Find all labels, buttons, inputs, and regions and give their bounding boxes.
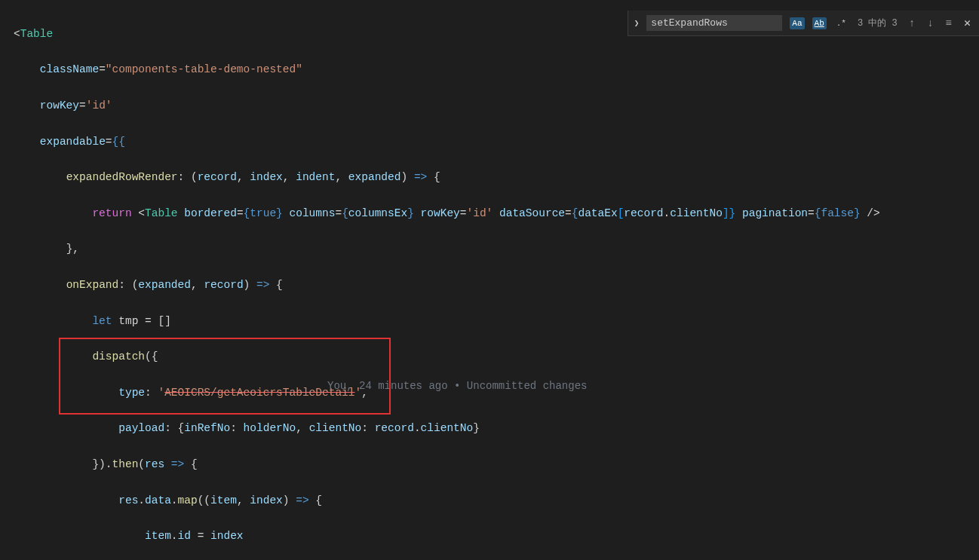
code-token: dispatch [92, 350, 145, 363]
code-token [283, 207, 290, 219]
code-token: dataEx [578, 207, 617, 219]
code-token: ( [138, 458, 145, 470]
code-token: = [237, 207, 244, 219]
code-token: { [427, 171, 440, 183]
code-token: map [178, 494, 198, 506]
code-token: { [309, 494, 322, 506]
code-token: = [106, 136, 112, 148]
code-token: true [250, 207, 276, 219]
code-token: index [250, 494, 283, 506]
code-token: : [230, 422, 243, 434]
code-token: ]} [723, 207, 735, 219]
code-token: record [624, 207, 663, 219]
code-token: 'id' [467, 207, 493, 219]
code-token: className [40, 63, 99, 75]
match-word-toggle[interactable]: Ab [812, 17, 827, 29]
code-token: columns [290, 207, 336, 219]
code-token: let [92, 315, 112, 327]
code-token: }, [66, 243, 79, 255]
code-token: ) [244, 279, 256, 291]
regex-toggle[interactable]: .* [834, 17, 849, 29]
code-token: . [171, 530, 178, 542]
code-token: data [145, 494, 171, 506]
code-token: Table [20, 28, 54, 40]
search-input[interactable] [646, 15, 782, 31]
code-token: = [191, 530, 210, 542]
code-token: : [145, 387, 158, 399]
code-token: expanded [348, 171, 401, 183]
code-token: res [118, 494, 138, 506]
code-token: pagination [742, 207, 808, 219]
code-token: } [407, 207, 414, 219]
code-token [164, 458, 171, 470]
chevron-right-icon[interactable]: ❯ [634, 18, 640, 28]
code-token: res [145, 458, 164, 470]
code-token: columnsEx [348, 207, 407, 219]
code-token: { [342, 207, 348, 219]
code-token: then [112, 458, 139, 470]
code-token: } [854, 207, 861, 219]
code-token: inRefNo [184, 422, 230, 434]
code-token: payload [118, 422, 164, 434]
code-token: : ( [178, 171, 198, 183]
code-token: clientNo [309, 422, 362, 434]
code-token: } [276, 207, 283, 219]
code-token: id [178, 530, 191, 542]
code-token: expandable [40, 136, 106, 148]
code-token: => [414, 171, 427, 183]
code-token: : ( [118, 279, 138, 291]
code-token: bordered [184, 207, 237, 219]
code-token: 'id' [86, 99, 112, 112]
code-editor[interactable]: <Table className="components-table-demo-… [0, 0, 979, 560]
code-token: expandedRowRender [66, 171, 178, 183]
code-token [735, 207, 742, 219]
code-token: }). [92, 458, 112, 470]
find-widget: ❯ Aa Ab .* 3 中的 3 ↑ ↓ ≡ ✕ [628, 11, 979, 36]
code-token: : [361, 422, 374, 434]
code-token: record [204, 279, 243, 291]
code-token [493, 207, 499, 219]
code-token: index [250, 171, 283, 183]
code-token: , [237, 171, 250, 183]
code-token: type [118, 387, 145, 399]
code-token: item [210, 494, 237, 506]
code-token: clientNo [670, 207, 723, 219]
close-icon[interactable]: ✕ [962, 16, 973, 30]
code-token: ({ [145, 350, 158, 363]
code-token: , [283, 171, 296, 183]
match-case-toggle[interactable]: Aa [790, 17, 804, 29]
code-token: < [132, 207, 145, 219]
code-token: = [99, 63, 106, 75]
code-token: < [14, 28, 20, 40]
next-match-icon[interactable]: ↓ [925, 17, 935, 29]
code-token: => [256, 279, 269, 291]
code-token [178, 207, 185, 219]
code-token: { [269, 279, 282, 291]
code-token: /> [861, 207, 880, 219]
code-token: : { [164, 422, 184, 434]
code-token: tmp = [] [112, 315, 171, 327]
code-token: . [664, 207, 671, 219]
code-token: { [244, 207, 250, 219]
code-token: = [565, 207, 572, 219]
code-token: onExpand [66, 279, 119, 291]
code-token: ) [283, 494, 296, 506]
code-token: {{ [112, 136, 125, 148]
code-token: record [198, 171, 237, 183]
code-token: return [92, 207, 131, 219]
prev-match-icon[interactable]: ↑ [907, 17, 917, 29]
search-menu-icon[interactable]: ≡ [944, 17, 954, 29]
code-token: = [335, 207, 342, 219]
code-token: Table [145, 207, 178, 219]
code-token: => [296, 494, 308, 506]
code-token: , [237, 494, 250, 506]
code-token: , [191, 279, 204, 291]
code-token: = [808, 207, 815, 219]
code-token: clientNo [421, 422, 474, 434]
code-token: = [460, 207, 467, 219]
code-token: , [335, 171, 348, 183]
code-token: ) [400, 171, 413, 183]
code-token: item [145, 530, 171, 542]
code-token: record [375, 422, 414, 434]
code-token: => [171, 458, 184, 470]
